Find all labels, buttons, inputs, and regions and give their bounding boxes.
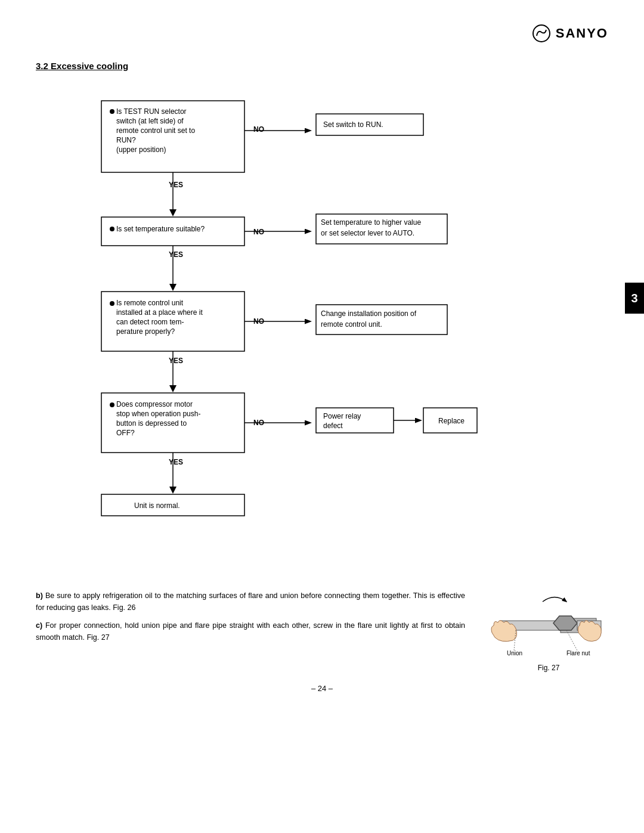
svg-point-16 <box>110 227 114 231</box>
svg-point-2 <box>110 109 114 114</box>
fig27-svg: Union Flare nut <box>489 590 608 661</box>
section-title: 3.2 Excessive cooling <box>36 61 608 71</box>
svg-text:Is set temperature suitable?: Is set temperature suitable? <box>116 225 205 233</box>
svg-text:YES: YES <box>169 458 183 466</box>
svg-line-68 <box>566 630 577 651</box>
flowchart: Is TEST RUN selector switch (at left sid… <box>78 89 566 578</box>
svg-text:RUN?: RUN? <box>116 136 136 144</box>
logo: SANYO <box>532 24 608 43</box>
logo-text: SANYO <box>556 26 608 41</box>
page-number: – 24 – <box>36 684 608 693</box>
svg-text:remote control unit set to: remote control unit set to <box>116 126 195 135</box>
svg-marker-56 <box>169 487 177 494</box>
svg-text:stop when operation push-: stop when operation push- <box>116 410 200 418</box>
svg-text:(upper position): (upper position) <box>116 145 166 154</box>
bottom-text: b) Be sure to apply refrigeration oil to… <box>36 590 465 672</box>
svg-text:OFF?: OFF? <box>116 429 135 437</box>
svg-text:Flare nut: Flare nut <box>566 650 590 657</box>
svg-point-0 <box>533 25 550 42</box>
fig-label: Fig. 27 <box>538 664 560 672</box>
svg-text:Change installation position o: Change installation position of <box>321 309 417 318</box>
svg-text:or set selector lever to AUTO.: or set selector lever to AUTO. <box>321 229 414 237</box>
svg-text:installed at a place where it: installed at a place where it <box>116 308 203 317</box>
svg-text:Set switch to RUN.: Set switch to RUN. <box>323 120 383 129</box>
svg-point-41 <box>110 402 114 407</box>
header: SANYO <box>36 24 608 43</box>
svg-text:Is remote control unit: Is remote control unit <box>116 299 184 307</box>
svg-text:Does compressor motor: Does compressor motor <box>116 400 193 408</box>
svg-text:Set temperature to higher valu: Set temperature to higher value <box>321 218 421 227</box>
svg-text:Unit is normal.: Unit is normal. <box>134 501 180 510</box>
svg-text:Power relay: Power relay <box>323 412 361 420</box>
svg-text:can detect room tem-: can detect room tem- <box>116 318 184 326</box>
svg-text:NO: NO <box>253 125 264 134</box>
bottom-item-b: b) Be sure to apply refrigeration oil to… <box>36 590 465 614</box>
svg-marker-25 <box>169 284 177 291</box>
side-tab: 3 <box>625 283 644 314</box>
svg-text:YES: YES <box>169 357 183 365</box>
svg-text:YES: YES <box>169 181 183 189</box>
svg-text:YES: YES <box>169 250 183 259</box>
svg-text:NO: NO <box>253 228 264 236</box>
bottom-item-c: c) For proper connection, hold union pip… <box>36 620 465 643</box>
sanyo-logo-icon <box>532 24 551 43</box>
svg-text:Is TEST RUN selector: Is TEST RUN selector <box>116 107 187 116</box>
svg-marker-14 <box>169 209 177 216</box>
svg-text:switch (at left side) of: switch (at left side) of <box>116 117 184 125</box>
svg-point-27 <box>110 301 114 306</box>
svg-text:remote control unit.: remote control unit. <box>321 320 382 329</box>
page: SANYO 3.2 Excessive cooling Is TEST RUN … <box>0 0 644 833</box>
svg-text:button is depressed to: button is depressed to <box>116 419 187 428</box>
svg-text:perature properly?: perature properly? <box>116 327 175 336</box>
svg-text:Union: Union <box>507 650 522 657</box>
svg-text:defect: defect <box>323 422 343 430</box>
bottom-section: b) Be sure to apply refrigeration oil to… <box>36 590 608 672</box>
bottom-figure: Union Flare nut Fig. 27 <box>489 590 608 672</box>
svg-marker-39 <box>169 385 177 392</box>
svg-text:Replace: Replace <box>438 417 465 425</box>
